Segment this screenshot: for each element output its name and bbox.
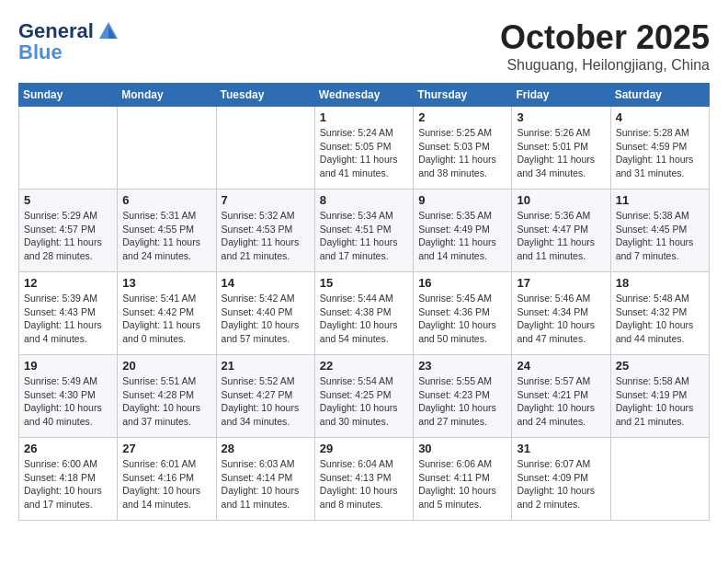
calendar-cell: 15Sunrise: 5:44 AM Sunset: 4:38 PM Dayli…	[314, 272, 413, 355]
day-number: 5	[24, 193, 112, 207]
weekday-header-thursday: Thursday	[414, 84, 512, 107]
day-info: Sunrise: 5:26 AM Sunset: 5:01 PM Dayligh…	[517, 126, 605, 180]
weekday-header-monday: Monday	[118, 84, 216, 107]
day-info: Sunrise: 5:29 AM Sunset: 4:57 PM Dayligh…	[24, 209, 112, 263]
day-info: Sunrise: 5:57 AM Sunset: 4:21 PM Dayligh…	[517, 374, 605, 429]
day-number: 19	[24, 359, 112, 373]
day-info: Sunrise: 5:46 AM Sunset: 4:34 PM Dayligh…	[517, 292, 605, 346]
weekday-header-saturday: Saturday	[610, 84, 709, 107]
day-info: Sunrise: 5:42 AM Sunset: 4:40 PM Dayligh…	[222, 292, 310, 346]
calendar-cell	[19, 107, 118, 190]
calendar-cell: 11Sunrise: 5:38 AM Sunset: 4:45 PM Dayli…	[610, 190, 709, 272]
calendar-cell: 24Sunrise: 5:57 AM Sunset: 4:21 PM Dayli…	[512, 355, 610, 438]
day-number: 28	[222, 442, 310, 455]
calendar-cell: 7Sunrise: 5:32 AM Sunset: 4:53 PM Daylig…	[216, 190, 314, 272]
logo-icon	[96, 18, 121, 44]
day-info: Sunrise: 5:54 AM Sunset: 4:25 PM Dayligh…	[320, 374, 408, 429]
calendar-cell: 10Sunrise: 5:36 AM Sunset: 4:47 PM Dayli…	[512, 190, 610, 272]
day-number: 27	[122, 442, 210, 455]
day-info: Sunrise: 5:39 AM Sunset: 4:43 PM Dayligh…	[24, 292, 112, 346]
day-number: 11	[616, 193, 704, 207]
calendar-cell: 9Sunrise: 5:35 AM Sunset: 4:49 PM Daylig…	[414, 190, 512, 272]
day-info: Sunrise: 5:28 AM Sunset: 4:59 PM Dayligh…	[616, 126, 704, 180]
day-number: 10	[517, 193, 605, 207]
calendar-table: SundayMondayTuesdayWednesdayThursdayFrid…	[18, 83, 710, 521]
weekday-header-wednesday: Wednesday	[314, 84, 413, 107]
day-info: Sunrise: 5:45 AM Sunset: 4:36 PM Dayligh…	[418, 292, 506, 346]
calendar-cell: 28Sunrise: 6:03 AM Sunset: 4:14 PM Dayli…	[216, 438, 314, 521]
day-info: Sunrise: 5:35 AM Sunset: 4:49 PM Dayligh…	[418, 209, 506, 263]
calendar-cell: 29Sunrise: 6:04 AM Sunset: 4:13 PM Dayli…	[314, 438, 413, 521]
day-number: 17	[517, 276, 605, 290]
calendar-cell: 1Sunrise: 5:24 AM Sunset: 5:05 PM Daylig…	[314, 107, 413, 190]
day-number: 26	[24, 442, 112, 455]
calendar-cell: 26Sunrise: 6:00 AM Sunset: 4:18 PM Dayli…	[19, 438, 118, 521]
day-number: 21	[222, 359, 310, 373]
calendar-cell: 25Sunrise: 5:58 AM Sunset: 4:19 PM Dayli…	[610, 355, 709, 438]
calendar-week-1: 1Sunrise: 5:24 AM Sunset: 5:05 PM Daylig…	[19, 107, 710, 190]
day-number: 30	[418, 442, 506, 455]
calendar-cell: 2Sunrise: 5:25 AM Sunset: 5:03 PM Daylig…	[414, 107, 512, 190]
weekday-header-sunday: Sunday	[19, 84, 118, 107]
calendar-week-4: 19Sunrise: 5:49 AM Sunset: 4:30 PM Dayli…	[19, 355, 710, 438]
calendar-cell: 19Sunrise: 5:49 AM Sunset: 4:30 PM Dayli…	[19, 355, 118, 438]
calendar-cell: 18Sunrise: 5:48 AM Sunset: 4:32 PM Dayli…	[610, 272, 709, 355]
day-info: Sunrise: 6:06 AM Sunset: 4:11 PM Dayligh…	[418, 457, 506, 511]
location: Shuguang, Heilongjiang, China	[500, 57, 710, 74]
weekday-header-row: SundayMondayTuesdayWednesdayThursdayFrid…	[19, 84, 710, 107]
day-info: Sunrise: 5:38 AM Sunset: 4:45 PM Dayligh…	[616, 209, 704, 263]
calendar-cell	[610, 438, 709, 521]
calendar-cell: 5Sunrise: 5:29 AM Sunset: 4:57 PM Daylig…	[19, 190, 118, 272]
calendar-week-2: 5Sunrise: 5:29 AM Sunset: 4:57 PM Daylig…	[19, 190, 710, 272]
day-number: 15	[320, 276, 408, 290]
day-number: 31	[517, 442, 605, 455]
day-info: Sunrise: 5:41 AM Sunset: 4:42 PM Dayligh…	[122, 292, 210, 346]
title-area: October 2025 Shuguang, Heilongjiang, Chi…	[500, 18, 710, 74]
day-info: Sunrise: 5:49 AM Sunset: 4:30 PM Dayligh…	[24, 374, 112, 429]
calendar-cell: 14Sunrise: 5:42 AM Sunset: 4:40 PM Dayli…	[216, 272, 314, 355]
calendar-cell	[216, 107, 314, 190]
day-number: 4	[616, 110, 704, 124]
day-info: Sunrise: 6:04 AM Sunset: 4:13 PM Dayligh…	[320, 457, 408, 511]
day-number: 22	[320, 359, 408, 373]
day-info: Sunrise: 5:24 AM Sunset: 5:05 PM Dayligh…	[320, 126, 408, 180]
day-info: Sunrise: 6:01 AM Sunset: 4:16 PM Dayligh…	[122, 457, 210, 511]
day-info: Sunrise: 5:44 AM Sunset: 4:38 PM Dayligh…	[320, 292, 408, 346]
day-number: 3	[517, 110, 605, 124]
day-number: 6	[122, 193, 210, 207]
day-number: 16	[418, 276, 506, 290]
month-title: October 2025	[500, 18, 710, 57]
page-header: General Blue October 2025 Shuguang, Heil…	[18, 18, 710, 74]
day-info: Sunrise: 5:51 AM Sunset: 4:28 PM Dayligh…	[122, 374, 210, 429]
calendar-cell: 16Sunrise: 5:45 AM Sunset: 4:36 PM Dayli…	[414, 272, 512, 355]
calendar-cell: 12Sunrise: 5:39 AM Sunset: 4:43 PM Dayli…	[19, 272, 118, 355]
calendar-cell: 21Sunrise: 5:52 AM Sunset: 4:27 PM Dayli…	[216, 355, 314, 438]
day-number: 29	[320, 442, 408, 455]
day-info: Sunrise: 5:55 AM Sunset: 4:23 PM Dayligh…	[418, 374, 506, 429]
calendar-cell: 3Sunrise: 5:26 AM Sunset: 5:01 PM Daylig…	[512, 107, 610, 190]
calendar-cell: 30Sunrise: 6:06 AM Sunset: 4:11 PM Dayli…	[414, 438, 512, 521]
logo: General Blue	[18, 18, 121, 64]
calendar-week-3: 12Sunrise: 5:39 AM Sunset: 4:43 PM Dayli…	[19, 272, 710, 355]
day-number: 9	[418, 193, 506, 207]
day-number: 1	[320, 110, 408, 124]
day-info: Sunrise: 6:07 AM Sunset: 4:09 PM Dayligh…	[517, 457, 605, 511]
day-info: Sunrise: 5:32 AM Sunset: 4:53 PM Dayligh…	[222, 209, 310, 263]
calendar-cell	[118, 107, 216, 190]
day-number: 13	[122, 276, 210, 290]
weekday-header-tuesday: Tuesday	[216, 84, 314, 107]
day-number: 25	[616, 359, 704, 373]
day-info: Sunrise: 5:58 AM Sunset: 4:19 PM Dayligh…	[616, 374, 704, 429]
calendar-cell: 8Sunrise: 5:34 AM Sunset: 4:51 PM Daylig…	[314, 190, 413, 272]
day-info: Sunrise: 5:52 AM Sunset: 4:27 PM Dayligh…	[222, 374, 310, 429]
calendar-cell: 27Sunrise: 6:01 AM Sunset: 4:16 PM Dayli…	[118, 438, 216, 521]
day-number: 23	[418, 359, 506, 373]
calendar-cell: 23Sunrise: 5:55 AM Sunset: 4:23 PM Dayli…	[414, 355, 512, 438]
day-info: Sunrise: 5:36 AM Sunset: 4:47 PM Dayligh…	[517, 209, 605, 263]
day-info: Sunrise: 5:48 AM Sunset: 4:32 PM Dayligh…	[616, 292, 704, 346]
day-info: Sunrise: 6:03 AM Sunset: 4:14 PM Dayligh…	[222, 457, 310, 511]
calendar-cell: 6Sunrise: 5:31 AM Sunset: 4:55 PM Daylig…	[118, 190, 216, 272]
day-number: 8	[320, 193, 408, 207]
calendar-cell: 22Sunrise: 5:54 AM Sunset: 4:25 PM Dayli…	[314, 355, 413, 438]
day-number: 2	[418, 110, 506, 124]
